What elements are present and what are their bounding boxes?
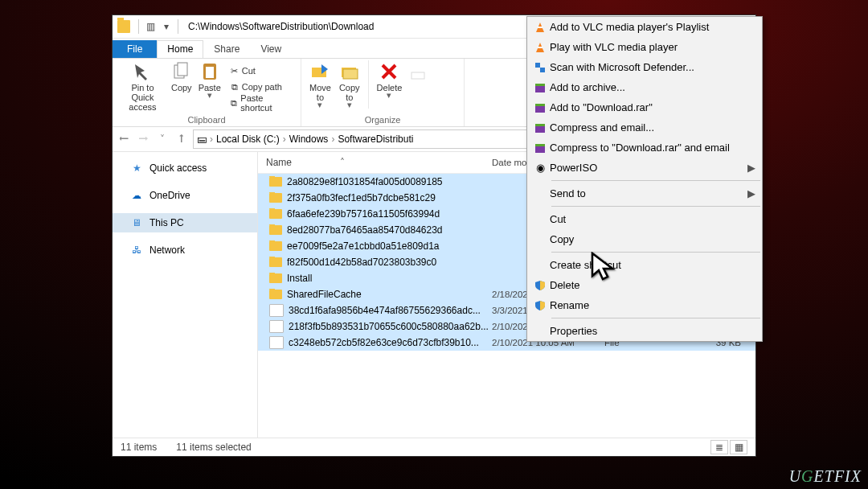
paste-shortcut-button[interactable]: ⧉Paste shortcut bbox=[224, 96, 296, 110]
copy-button[interactable]: Copy bbox=[168, 60, 195, 92]
view-icons-button[interactable]: ▦ bbox=[730, 440, 747, 454]
defender-icon bbox=[530, 62, 550, 73]
shield-icon bbox=[530, 280, 550, 291]
tab-view[interactable]: View bbox=[250, 40, 292, 58]
nav-onedrive[interactable]: ☁ OneDrive bbox=[113, 186, 257, 205]
svg-rect-1 bbox=[178, 63, 187, 76]
svg-rect-6 bbox=[343, 69, 358, 79]
ctx-rename[interactable]: Rename bbox=[527, 295, 762, 315]
submenu-arrow-icon: ▶ bbox=[747, 187, 755, 199]
winrar-icon bbox=[530, 142, 550, 154]
ctx-add-archive[interactable]: Add to archive... bbox=[527, 77, 762, 97]
svg-rect-12 bbox=[535, 63, 540, 68]
qat-caret-icon[interactable]: ▾ bbox=[158, 21, 174, 32]
tab-file[interactable]: File bbox=[113, 40, 157, 58]
status-count: 11 items bbox=[121, 442, 157, 453]
folder-icon bbox=[269, 241, 282, 251]
ctx-vlc-play[interactable]: Play with VLC media player bbox=[527, 37, 762, 57]
svg-rect-18 bbox=[535, 125, 545, 133]
pin-quick-access-button[interactable]: Pin to Quick access bbox=[117, 60, 168, 112]
svg-rect-3 bbox=[206, 67, 214, 78]
tab-share[interactable]: Share bbox=[203, 40, 250, 58]
winrar-icon bbox=[530, 122, 550, 134]
cloud-icon: ☁ bbox=[130, 189, 143, 202]
svg-rect-13 bbox=[540, 68, 545, 72]
ctx-add-download-rar[interactable]: Add to "Download.rar" bbox=[527, 97, 762, 117]
nav-network[interactable]: 🖧 Network bbox=[113, 240, 257, 260]
submenu-arrow-icon: ▶ bbox=[747, 162, 755, 174]
back-button[interactable]: 🠔 bbox=[116, 134, 132, 145]
drive-icon: 🖴 bbox=[197, 134, 207, 145]
nav-this-pc[interactable]: 🖥 This PC bbox=[113, 213, 257, 232]
svg-rect-11 bbox=[538, 47, 542, 48]
svg-rect-14 bbox=[535, 85, 545, 92]
ctx-defender[interactable]: Scan with Microsoft Defender... bbox=[527, 57, 762, 77]
copy-to-button[interactable]: Copy to▾ bbox=[336, 60, 363, 107]
folder-icon bbox=[269, 177, 282, 187]
vlc-icon bbox=[530, 22, 550, 33]
window-title: C:\Windows\SoftwareDistribution\Download bbox=[188, 21, 374, 32]
shield-icon bbox=[530, 300, 550, 311]
folder-icon bbox=[269, 193, 282, 203]
ctx-compress-email[interactable]: Compress and email... bbox=[527, 117, 762, 138]
status-selected: 11 items selected bbox=[176, 442, 251, 453]
folder-icon bbox=[269, 209, 282, 219]
ctx-delete[interactable]: Delete bbox=[527, 275, 762, 295]
navigation-pane: ★ Quick access ☁ OneDrive 🖥 This PC 🖧 Ne… bbox=[113, 152, 258, 438]
sort-caret-icon: ˄ bbox=[340, 157, 345, 168]
folder-icon bbox=[269, 225, 282, 235]
copy-path-button[interactable]: ⧉Copy path bbox=[224, 80, 296, 94]
group-clipboard-label: Clipboard bbox=[117, 115, 296, 126]
disc-icon: ◉ bbox=[530, 162, 550, 174]
status-bar: 11 items 11 items selected ≣ ▦ bbox=[113, 438, 755, 456]
group-organize-label: Organize bbox=[306, 115, 459, 126]
svg-rect-17 bbox=[535, 104, 545, 106]
svg-rect-16 bbox=[535, 105, 545, 113]
winrar-icon bbox=[530, 102, 550, 113]
up-button[interactable]: 🠕 bbox=[174, 134, 190, 145]
svg-rect-15 bbox=[535, 84, 545, 86]
star-icon: ★ bbox=[130, 162, 143, 175]
folder-icon bbox=[269, 273, 282, 283]
winrar-icon bbox=[530, 82, 550, 93]
svg-rect-19 bbox=[535, 124, 545, 126]
svg-rect-20 bbox=[535, 146, 545, 153]
ctx-properties[interactable]: Properties bbox=[527, 321, 762, 341]
context-menu: Add to VLC media player's Playlist Play … bbox=[526, 16, 763, 342]
folder-icon bbox=[269, 257, 282, 267]
rename-button[interactable] bbox=[407, 60, 431, 83]
ctx-poweriso[interactable]: ◉PowerISO▶ bbox=[527, 158, 762, 178]
file-icon bbox=[269, 320, 284, 333]
paste-button[interactable]: Paste ▾ bbox=[195, 60, 224, 97]
network-icon: 🖧 bbox=[130, 244, 143, 257]
quick-access-toolbar[interactable]: ▥ bbox=[142, 21, 158, 32]
ctx-send-to[interactable]: Send to▶ bbox=[527, 183, 762, 203]
file-icon bbox=[269, 304, 284, 317]
ctx-compress-download-email[interactable]: Compress to "Download.rar" and email bbox=[527, 138, 762, 158]
monitor-icon: 🖥 bbox=[130, 216, 143, 229]
forward-button[interactable]: 🠖 bbox=[135, 134, 151, 145]
cut-button[interactable]: ✂Cut bbox=[224, 64, 296, 78]
tab-home[interactable]: Home bbox=[157, 40, 203, 58]
folder-icon bbox=[269, 290, 282, 299]
ctx-vlc-playlist[interactable]: Add to VLC media player's Playlist bbox=[527, 17, 762, 37]
svg-rect-21 bbox=[535, 144, 545, 146]
svg-rect-9 bbox=[538, 27, 542, 28]
ctx-copy[interactable]: Copy bbox=[527, 229, 762, 249]
file-icon bbox=[269, 336, 284, 349]
move-to-button[interactable]: Move to▾ bbox=[306, 60, 334, 107]
folder-icon bbox=[117, 20, 130, 33]
vlc-icon bbox=[530, 42, 550, 53]
view-details-button[interactable]: ≣ bbox=[710, 440, 728, 454]
ctx-create-shortcut[interactable]: Create shortcut bbox=[527, 255, 762, 275]
ctx-cut[interactable]: Cut bbox=[527, 209, 762, 229]
mouse-cursor bbox=[591, 252, 618, 286]
svg-rect-7 bbox=[411, 72, 424, 79]
delete-button[interactable]: Delete▾ bbox=[374, 60, 406, 97]
nav-quick-access[interactable]: ★ Quick access bbox=[113, 158, 257, 178]
recent-caret-icon[interactable]: ˅ bbox=[154, 134, 170, 145]
watermark: UGETFIX bbox=[789, 467, 862, 486]
